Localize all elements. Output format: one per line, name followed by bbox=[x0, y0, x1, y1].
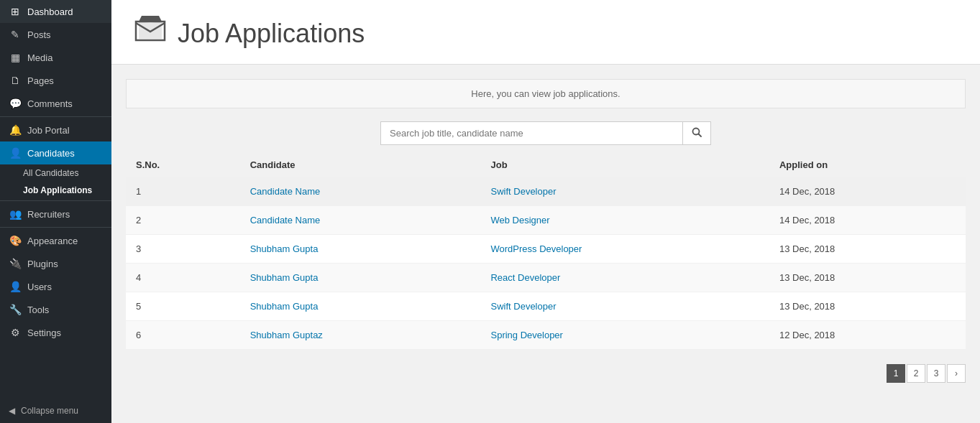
sidebar-item-label: Appearance bbox=[27, 236, 78, 246]
sidebar-item-label: Comments bbox=[27, 98, 73, 109]
applications-table: S.No. Candidate Job Applied on 1Candidat… bbox=[126, 152, 966, 350]
table-row: 1Candidate NameSwift Developer14 Dec, 20… bbox=[126, 177, 966, 206]
sidebar-item-label: Media bbox=[27, 52, 52, 63]
sidebar-item-label: Settings bbox=[27, 327, 61, 338]
col-sno: S.No. bbox=[126, 152, 240, 177]
sidebar-item-pages[interactable]: 🗋 Pages bbox=[0, 69, 111, 92]
cell-candidate[interactable]: Candidate Name bbox=[240, 177, 481, 206]
envelope-icon bbox=[133, 13, 168, 54]
search-input[interactable] bbox=[380, 121, 682, 145]
sidebar-subitem-all-candidates[interactable]: All Candidates bbox=[0, 164, 111, 182]
table-row: 4Shubham GuptaReact Developer13 Dec, 201… bbox=[126, 264, 966, 292]
collapse-menu-button[interactable]: ◀ Collapse menu bbox=[0, 399, 111, 423]
table-body: 1Candidate NameSwift Developer14 Dec, 20… bbox=[126, 177, 966, 350]
cell-candidate[interactable]: Candidate Name bbox=[240, 206, 481, 235]
page-title: Job Applications bbox=[178, 19, 365, 49]
cell-candidate[interactable]: Shubham Gupta bbox=[240, 235, 481, 264]
sidebar-item-comments[interactable]: 💬 Comments bbox=[0, 92, 111, 115]
sidebar-item-label: Recruiters bbox=[27, 209, 70, 220]
media-icon: ▦ bbox=[9, 52, 22, 63]
dashboard-icon: ⊞ bbox=[9, 6, 22, 17]
sidebar-item-job-portal[interactable]: 🔔 Job Portal bbox=[0, 118, 111, 141]
sidebar-divider3 bbox=[0, 227, 111, 228]
cell-applied-on: 13 Dec, 2018 bbox=[769, 292, 966, 321]
sidebar-subitem-job-applications[interactable]: Job Applications bbox=[0, 182, 111, 199]
table-row: 2Candidate NameWeb Designer14 Dec, 2018 bbox=[126, 206, 966, 235]
sidebar: ⊞ Dashboard ✎ Posts ▦ Media 🗋 Pages 💬 Co… bbox=[0, 0, 111, 423]
search-button[interactable] bbox=[682, 121, 711, 145]
svg-marker-1 bbox=[139, 16, 162, 22]
sidebar-item-label: Plugins bbox=[27, 259, 58, 269]
col-candidate: Candidate bbox=[240, 152, 481, 177]
cell-sno: 4 bbox=[126, 264, 240, 292]
sidebar-item-media[interactable]: ▦ Media bbox=[0, 46, 111, 69]
cell-applied-on: 14 Dec, 2018 bbox=[769, 177, 966, 206]
sidebar-item-plugins[interactable]: 🔌 Plugins bbox=[0, 252, 111, 275]
sidebar-item-label: Job Portal bbox=[27, 125, 70, 136]
cell-job[interactable]: Spring Developer bbox=[480, 321, 769, 350]
sidebar-item-dashboard[interactable]: ⊞ Dashboard bbox=[0, 0, 111, 23]
pages-icon: 🗋 bbox=[9, 75, 22, 86]
posts-icon: ✎ bbox=[9, 29, 22, 40]
table-row: 5Shubham GuptaSwift Developer13 Dec, 201… bbox=[126, 292, 966, 321]
cell-sno: 5 bbox=[126, 292, 240, 321]
sidebar-item-appearance[interactable]: 🎨 Appearance bbox=[0, 229, 111, 252]
cell-job[interactable]: React Developer bbox=[480, 264, 769, 292]
cell-job[interactable]: WordPress Developer bbox=[480, 235, 769, 264]
cell-applied-on: 13 Dec, 2018 bbox=[769, 264, 966, 292]
info-bar: Here, you can view job applications. bbox=[126, 79, 966, 108]
sidebar-item-label: Tools bbox=[27, 305, 49, 315]
cell-sno: 2 bbox=[126, 206, 240, 235]
comments-icon: 💬 bbox=[9, 98, 22, 109]
sidebar-item-tools[interactable]: 🔧 Tools bbox=[0, 298, 111, 321]
col-applied-on: Applied on bbox=[769, 152, 966, 177]
sidebar-item-label: Pages bbox=[27, 75, 54, 86]
sidebar-item-label: Users bbox=[27, 282, 52, 292]
cell-job[interactable]: Swift Developer bbox=[480, 177, 769, 206]
collapse-icon: ◀ bbox=[9, 406, 15, 416]
cell-job[interactable]: Swift Developer bbox=[480, 292, 769, 321]
table-container: S.No. Candidate Job Applied on 1Candidat… bbox=[126, 152, 966, 350]
search-icon bbox=[692, 127, 702, 137]
sidebar-item-settings[interactable]: ⚙ Settings bbox=[0, 321, 111, 344]
cell-job[interactable]: Web Designer bbox=[480, 206, 769, 235]
cell-applied-on: 14 Dec, 2018 bbox=[769, 206, 966, 235]
sidebar-item-candidates[interactable]: 👤 Candidates bbox=[0, 141, 111, 164]
settings-icon: ⚙ bbox=[9, 327, 22, 338]
sidebar-item-recruiters[interactable]: 👥 Recruiters bbox=[0, 203, 111, 226]
cell-candidate[interactable]: Shubham Guptaz bbox=[240, 321, 481, 350]
page-btn-3[interactable]: 3 bbox=[927, 364, 945, 383]
cell-applied-on: 13 Dec, 2018 bbox=[769, 235, 966, 264]
page-btn-next[interactable]: › bbox=[947, 364, 966, 383]
sidebar-item-users[interactable]: 👤 Users bbox=[0, 275, 111, 298]
sidebar-item-label: Candidates bbox=[27, 148, 75, 159]
search-container bbox=[126, 121, 966, 145]
cell-applied-on: 12 Dec, 2018 bbox=[769, 321, 966, 350]
users-icon: 👤 bbox=[9, 281, 22, 292]
sidebar-item-label: Dashboard bbox=[27, 6, 73, 17]
cell-candidate[interactable]: Shubham Gupta bbox=[240, 292, 481, 321]
info-bar-text: Here, you can view job applications. bbox=[471, 88, 620, 99]
page-btn-2[interactable]: 2 bbox=[907, 364, 925, 383]
job-portal-icon: 🔔 bbox=[9, 124, 22, 136]
candidates-icon: 👤 bbox=[9, 147, 22, 159]
tools-icon: 🔧 bbox=[9, 304, 22, 315]
collapse-label: Collapse menu bbox=[21, 406, 78, 416]
cell-sno: 3 bbox=[126, 235, 240, 264]
col-job: Job bbox=[480, 152, 769, 177]
sidebar-item-label: Posts bbox=[27, 29, 51, 40]
table-row: 6Shubham GuptazSpring Developer12 Dec, 2… bbox=[126, 321, 966, 350]
recruiters-icon: 👥 bbox=[9, 208, 22, 220]
cell-candidate[interactable]: Shubham Gupta bbox=[240, 264, 481, 292]
sidebar-divider bbox=[0, 116, 111, 117]
page-header: Job Applications bbox=[111, 0, 980, 65]
table-header-row: S.No. Candidate Job Applied on bbox=[126, 152, 966, 177]
main-content: Job Applications Here, you can view job … bbox=[111, 0, 980, 423]
cell-sno: 6 bbox=[126, 321, 240, 350]
sidebar-divider2 bbox=[0, 200, 111, 201]
cell-sno: 1 bbox=[126, 177, 240, 206]
svg-line-3 bbox=[699, 134, 702, 137]
sidebar-item-posts[interactable]: ✎ Posts bbox=[0, 23, 111, 46]
pagination: 1 2 3 › bbox=[126, 364, 966, 383]
page-btn-1[interactable]: 1 bbox=[887, 364, 905, 383]
